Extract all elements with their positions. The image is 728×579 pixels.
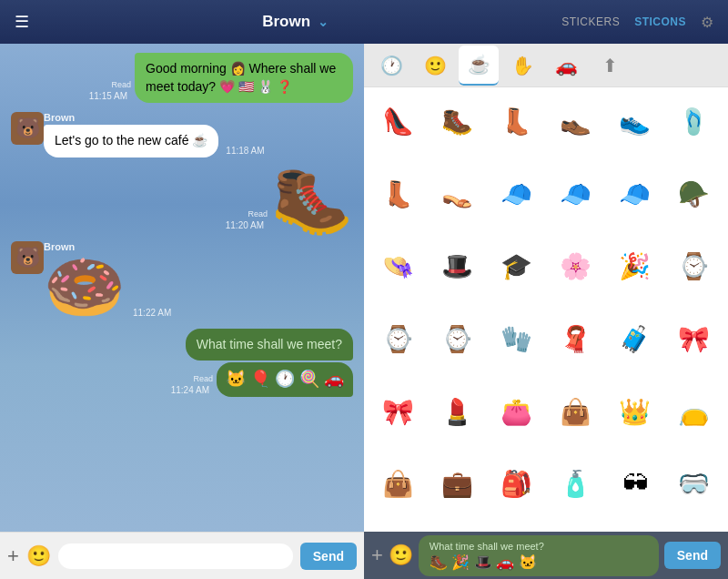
sticker-item[interactable]: 🧳: [606, 310, 663, 368]
sticker-panel: 🕐 🙂 ☕ ✋ 🚗 ⬆ 👠 🥾 👢 👞 👟 🩴 👢 👡 🧢 🧢 🧢 🪖 👒: [364, 44, 728, 579]
sticker-plus-icon[interactable]: +: [371, 543, 383, 567]
sticker-item[interactable]: 🎉: [606, 238, 663, 295]
sticker-item[interactable]: 👟: [606, 93, 663, 150]
sticker-item[interactable]: 🧴: [547, 455, 604, 513]
msg-time: 11:22 AM: [133, 308, 171, 318]
gear-icon[interactable]: ⚙: [701, 14, 713, 31]
sticker-item[interactable]: 🎀: [665, 310, 723, 368]
tab-sticons[interactable]: STICONS: [634, 15, 686, 28]
tab-emoji[interactable]: 🙂: [415, 46, 455, 86]
sticker-item[interactable]: 🧢: [547, 166, 604, 223]
sticker-item[interactable]: 🎓: [488, 238, 545, 295]
message-row: 🐻 Brown Let's go to the new café ☕ 11:18…: [11, 112, 353, 157]
chevron-down-icon[interactable]: ⌄: [318, 15, 329, 29]
sticker-item[interactable]: 👑: [606, 383, 663, 441]
msg-time: 11:24 AM: [171, 385, 209, 395]
sender-name: Brown: [44, 112, 268, 123]
sticker-item[interactable]: 🕶: [606, 455, 663, 513]
read-label: Read: [193, 374, 213, 383]
sticker-item[interactable]: 🎒: [488, 455, 545, 513]
sticker-item[interactable]: 🧢: [488, 166, 545, 223]
tab-car[interactable]: 🚗: [546, 46, 586, 86]
tab-stickers[interactable]: STICKERS: [561, 15, 620, 28]
sticker-item[interactable]: ⌚: [665, 238, 723, 295]
chat-messages: Read 11:15 AM Good morning 👩 Where shall…: [0, 44, 364, 532]
sticker-item[interactable]: 👝: [665, 383, 723, 441]
sticker-item[interactable]: 🎩: [429, 238, 486, 295]
sticker-item[interactable]: 👛: [488, 383, 545, 441]
sticker-item[interactable]: 🩴: [665, 93, 723, 150]
avatar: 🐻: [11, 112, 44, 145]
sticker-grid: 👠 🥾 👢 👞 👟 🩴 👢 👡 🧢 🧢 🧢 🪖 👒 🎩 🎓 🌸 🎉 ⌚ ⌚ ⌚ …: [364, 87, 728, 532]
sticker-item[interactable]: 🥾: [429, 93, 486, 150]
header-title-area: Brown ⌄: [262, 13, 329, 31]
sticker-tabs: 🕐 🙂 ☕ ✋ 🚗 ⬆: [364, 44, 728, 87]
sticker-message: 🥾: [271, 167, 353, 232]
menu-icon[interactable]: ☰: [15, 12, 29, 32]
chat-title: Brown: [262, 13, 310, 31]
sticker-item[interactable]: 💼: [429, 455, 486, 513]
sticker-item[interactable]: 👞: [547, 93, 604, 150]
send-button[interactable]: Send: [300, 543, 357, 570]
message-row: 🐻 Brown 🍩 11:22 AM: [11, 241, 353, 320]
emoji-icon[interactable]: 🙂: [26, 544, 51, 568]
message-row: What time shall we meet? Read 11:24 AM 🐱…: [11, 329, 353, 397]
preview-stickers: 🥾 🎉 🎩 🚗 🐱: [430, 554, 648, 571]
msg-time: 11:20 AM: [226, 220, 264, 230]
plus-icon[interactable]: +: [7, 544, 19, 568]
sticker-item[interactable]: 👜: [369, 455, 427, 513]
sticker-item[interactable]: 👒: [369, 238, 427, 295]
sticker-message: 🍩: [44, 254, 126, 320]
sticker-item[interactable]: 🧢: [606, 166, 663, 223]
tab-upload[interactable]: ⬆: [590, 46, 630, 86]
sticker-item[interactable]: 👢: [488, 93, 545, 150]
read-label: Read: [111, 80, 131, 89]
sticker-item[interactable]: 👠: [369, 93, 427, 150]
msg-time: 11:18 AM: [226, 146, 264, 156]
sticker-emoji-icon[interactable]: 🙂: [389, 543, 413, 567]
chat-panel: Read 11:15 AM Good morning 👩 Where shall…: [0, 44, 364, 579]
sticker-item[interactable]: 🌸: [547, 238, 604, 295]
sticker-item[interactable]: ⌚: [369, 310, 427, 368]
sticker-bottom-bar: + 🙂 What time shall we meet? 🥾 🎉 🎩 🚗 🐱 S…: [364, 532, 728, 579]
preview-message: What time shall we meet? 🥾 🎉 🎩 🚗 🐱: [419, 535, 659, 576]
sticker-item[interactable]: 👡: [429, 166, 486, 223]
read-label: Read: [248, 209, 268, 218]
msg-time: 11:15 AM: [89, 91, 127, 101]
sticker-item[interactable]: 💄: [429, 383, 486, 441]
sticker-send-button[interactable]: Send: [664, 542, 721, 569]
sticker-item[interactable]: 🎀: [369, 383, 427, 441]
chat-bubble: Good morning 👩 Where shall we meet today…: [135, 53, 353, 103]
sticker-item[interactable]: 🧣: [547, 310, 604, 368]
chat-bubble: Let's go to the new café ☕: [44, 125, 218, 157]
header-tabs: STICKERS STICONS ⚙: [561, 14, 713, 31]
app-header: ☰ Brown ⌄ STICKERS STICONS ⚙: [0, 0, 728, 44]
chat-bubble: 🐱 🎈 🕐 🍭 🚗: [217, 362, 353, 396]
sticker-item[interactable]: 👜: [547, 383, 604, 441]
sticker-item[interactable]: ⌚: [429, 310, 486, 368]
message-row: Read 11:20 AM 🥾: [11, 167, 353, 232]
chat-bubble: What time shall we meet?: [186, 329, 353, 361]
sticker-item[interactable]: 🪖: [665, 166, 723, 223]
avatar: 🐻: [11, 241, 44, 274]
preview-text: What time shall we meet?: [430, 541, 648, 552]
tab-hand[interactable]: ✋: [502, 46, 542, 86]
sticker-item[interactable]: 🥽: [665, 455, 723, 513]
tab-recent[interactable]: 🕐: [371, 46, 411, 86]
chat-input-bar: + 🙂 Send: [0, 532, 364, 579]
main-area: Read 11:15 AM Good morning 👩 Where shall…: [0, 44, 728, 579]
sticker-item[interactable]: 🧤: [488, 310, 545, 368]
chat-input[interactable]: [58, 543, 293, 569]
message-row: Read 11:15 AM Good morning 👩 Where shall…: [11, 53, 353, 103]
sticker-item[interactable]: 👢: [369, 166, 427, 223]
tab-cup[interactable]: ☕: [459, 46, 499, 86]
